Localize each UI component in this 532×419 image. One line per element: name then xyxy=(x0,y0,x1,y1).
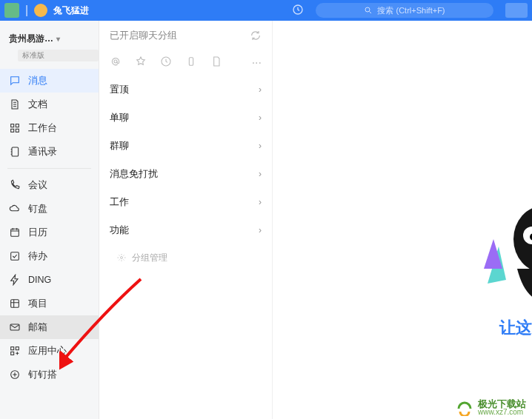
group-multi[interactable]: 群聊› xyxy=(99,132,272,160)
promo-text: 让这 xyxy=(499,317,532,339)
svg-rect-5 xyxy=(16,129,19,132)
org-avatar-icon[interactable] xyxy=(4,3,19,18)
sidebar-item-workbench[interactable]: 工作台 xyxy=(0,116,99,140)
gear-icon xyxy=(117,253,126,262)
sidebar-item-appcenter[interactable]: 应用中心 xyxy=(0,339,99,363)
refresh-icon[interactable] xyxy=(250,30,262,41)
sidebar-item-project[interactable]: 项目 xyxy=(0,292,99,315)
chevron-right-icon: › xyxy=(259,141,262,151)
group-manage-button[interactable]: 分组管理 xyxy=(99,244,272,271)
chevron-right-icon: › xyxy=(259,84,262,95)
group-function[interactable]: 功能› xyxy=(99,216,272,244)
chevron-right-icon: › xyxy=(259,113,262,123)
project-icon xyxy=(9,298,21,309)
group-pinned[interactable]: 置顶› xyxy=(99,76,272,104)
svg-rect-7 xyxy=(11,229,19,236)
top-bar: | 兔飞猛进 搜索 (Ctrl+Shift+F) xyxy=(0,0,532,21)
svg-point-18 xyxy=(121,257,123,259)
star-filter-icon[interactable] xyxy=(135,56,147,70)
sidebar-item-contacts[interactable]: 通讯录 xyxy=(0,140,99,164)
user-avatar-icon[interactable] xyxy=(34,4,47,17)
svg-rect-10 xyxy=(10,324,19,330)
chevron-right-icon: › xyxy=(259,169,262,179)
org-selector[interactable]: 贵州易游… ▾ xyxy=(0,28,99,47)
chat-group-panel: 已开启聊天分组 ··· 置顶› 单聊› 群聊› 消息免打扰› 工作› 功能› 分… xyxy=(99,21,273,419)
sidebar-item-meeting[interactable]: 会议 xyxy=(0,173,99,197)
svg-rect-8 xyxy=(11,252,19,261)
sidebar: 贵州易游… ▾ 标准版 消息 文档 工作台 通讯录 会议 钉盘 xyxy=(0,21,99,419)
svg-rect-6 xyxy=(12,147,19,156)
watermark-cn: 极光下载站 xyxy=(478,399,526,409)
filter-row: ··· xyxy=(99,50,272,76)
group-work[interactable]: 工作› xyxy=(99,188,272,216)
group-dnd[interactable]: 消息免打扰› xyxy=(99,160,272,188)
top-add-button[interactable] xyxy=(505,3,528,18)
svg-rect-9 xyxy=(11,300,19,308)
grid-icon xyxy=(9,122,21,134)
search-input[interactable]: 搜索 (Ctrl+Shift+F) xyxy=(316,3,493,18)
cloud-icon xyxy=(9,203,21,215)
svg-rect-17 xyxy=(189,58,193,66)
sidebar-item-todo[interactable]: 待办 xyxy=(0,244,99,268)
sidebar-item-messages[interactable]: 消息 xyxy=(0,69,99,93)
more-filter-icon[interactable]: ··· xyxy=(252,56,262,70)
history-icon[interactable] xyxy=(292,4,304,18)
chevron-down-icon: ▾ xyxy=(56,35,60,43)
chevron-right-icon: › xyxy=(259,225,262,235)
svg-rect-13 xyxy=(11,352,14,355)
check-icon xyxy=(9,250,21,262)
svg-rect-4 xyxy=(11,129,14,132)
svg-point-1 xyxy=(365,7,370,12)
lightning-icon xyxy=(9,274,21,286)
mail-icon xyxy=(9,321,21,333)
doc-icon xyxy=(9,98,21,110)
sidebar-item-calendar[interactable]: 日历 xyxy=(0,221,99,244)
svg-point-15 xyxy=(114,60,117,63)
sidebar-item-dbuild[interactable]: 钉钉搭 xyxy=(0,363,99,386)
username-label: 兔飞猛进 xyxy=(53,4,89,17)
svg-rect-11 xyxy=(11,347,14,350)
group-single[interactable]: 单聊› xyxy=(99,104,272,132)
mascot-illustration xyxy=(473,195,532,306)
at-filter-icon[interactable] xyxy=(110,56,122,70)
svg-rect-2 xyxy=(11,124,14,127)
later-filter-icon[interactable] xyxy=(160,56,172,70)
sidebar-item-docs[interactable]: 文档 xyxy=(0,93,99,116)
org-plan-badge: 标准版 xyxy=(18,50,99,61)
search-placeholder: 搜索 (Ctrl+Shift+F) xyxy=(377,5,445,16)
chevron-right-icon: › xyxy=(259,197,262,207)
svg-rect-3 xyxy=(16,124,19,127)
device-filter-icon[interactable] xyxy=(185,56,197,70)
watermark-logo-icon xyxy=(456,398,473,416)
watermark: 极光下载站 www.xz7.com xyxy=(456,398,526,416)
file-filter-icon[interactable] xyxy=(210,56,222,70)
group-header-label: 已开启聊天分组 xyxy=(110,30,177,42)
build-icon xyxy=(9,369,21,381)
svg-rect-12 xyxy=(16,347,19,350)
watermark-url: www.xz7.com xyxy=(478,409,526,416)
chat-icon xyxy=(9,75,21,87)
calendar-icon xyxy=(9,227,21,238)
sidebar-item-mail[interactable]: 邮箱 xyxy=(0,315,99,339)
content-area: 让这 极光下载站 www.xz7.com xyxy=(273,21,532,419)
phone-icon xyxy=(9,179,21,191)
sidebar-divider xyxy=(7,168,91,169)
sidebar-item-ding[interactable]: DING xyxy=(0,268,99,292)
sidebar-item-drive[interactable]: 钉盘 xyxy=(0,197,99,221)
apps-icon xyxy=(9,345,21,357)
contacts-icon xyxy=(9,146,21,158)
